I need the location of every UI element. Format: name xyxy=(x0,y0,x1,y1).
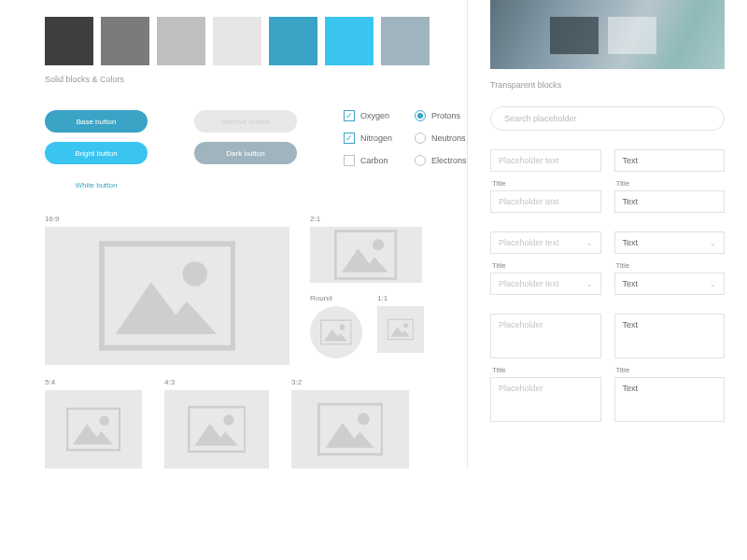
radio-protons[interactable]: Protons xyxy=(415,110,467,121)
chevron-down-icon: ⌄ xyxy=(586,280,593,288)
radio-icon xyxy=(415,155,426,166)
field-title: Title xyxy=(616,366,726,374)
text-input-filled[interactable]: Text xyxy=(614,149,726,172)
image-placeholder-169[interactable] xyxy=(45,227,289,365)
select-filled-titled[interactable]: Text⌄ xyxy=(614,273,726,295)
field-title: Title xyxy=(492,366,601,374)
transparent-preview xyxy=(490,0,725,69)
radio-label: Protons xyxy=(431,111,460,120)
swatch-6[interactable] xyxy=(325,17,374,65)
chevron-down-icon: ⌄ xyxy=(710,239,716,247)
chevron-down-icon: ⌄ xyxy=(586,239,593,247)
field-title: Title xyxy=(492,261,601,270)
image-placeholder-54[interactable] xyxy=(45,390,142,469)
select-filled[interactable]: Text⌄ xyxy=(614,231,726,254)
bright-button[interactable]: Bright button xyxy=(45,142,148,164)
swatch-3[interactable] xyxy=(157,17,205,65)
textarea-filled-titled[interactable]: Text xyxy=(614,377,726,422)
text-input-placeholder-titled[interactable]: Placeholder text xyxy=(490,190,601,213)
inactive-button: Inactive button xyxy=(194,110,297,133)
radio-label: Electrons xyxy=(431,156,467,165)
swatches-label: Solid blocks & Colors xyxy=(45,75,467,84)
dark-button[interactable]: Dark button xyxy=(194,142,297,164)
checkbox-oxygen[interactable]: ✓ Oxygen xyxy=(344,110,392,121)
check-icon: ✓ xyxy=(344,133,355,144)
radio-electrons[interactable]: Electrons xyxy=(415,155,467,166)
textarea-filled[interactable]: Text xyxy=(614,314,726,358)
checkbox-label: Nitrogen xyxy=(360,133,392,143)
swatch-7[interactable] xyxy=(381,17,430,65)
image-placeholder-11[interactable] xyxy=(377,306,424,353)
text-input-placeholder[interactable]: Placeholder text xyxy=(490,149,601,172)
field-title: Title xyxy=(616,261,726,270)
ratio-label-169: 16:9 xyxy=(45,215,289,223)
checkbox-carbon[interactable]: Carbon xyxy=(344,155,392,166)
search-placeholder: Search placeholder xyxy=(504,114,577,123)
chevron-down-icon: ⌄ xyxy=(710,280,716,288)
transparent-swatch-dark[interactable] xyxy=(550,17,599,54)
radio-icon xyxy=(415,110,426,121)
radio-neutrons[interactable]: Neutrons xyxy=(415,133,467,144)
checkbox-label: Oxygen xyxy=(360,111,389,120)
swatch-5[interactable] xyxy=(269,17,317,65)
image-placeholder-round[interactable] xyxy=(310,306,362,358)
transparent-swatch-light[interactable] xyxy=(608,17,656,54)
image-placeholder-43[interactable] xyxy=(164,390,269,469)
swatch-2[interactable] xyxy=(101,17,149,65)
swatch-1[interactable] xyxy=(45,17,93,65)
image-placeholder-32[interactable] xyxy=(291,390,409,469)
radio-label: Neutrons xyxy=(431,133,466,143)
color-swatches xyxy=(45,17,467,65)
select-placeholder-titled[interactable]: Placeholder text⌄ xyxy=(490,273,601,295)
text-input-filled-titled[interactable]: Text xyxy=(614,190,726,213)
check-icon: ✓ xyxy=(344,110,355,121)
textarea-placeholder-titled[interactable]: Placeholder xyxy=(490,377,601,422)
checkbox-nitrogen[interactable]: ✓ Nitrogen xyxy=(344,133,392,144)
transparent-label: Transparent blocks xyxy=(490,80,725,90)
base-button[interactable]: Base button xyxy=(45,110,148,133)
checkbox-label: Carbon xyxy=(360,156,388,165)
swatch-4[interactable] xyxy=(213,17,261,65)
textarea-placeholder[interactable]: Placeholder xyxy=(490,314,601,358)
search-input[interactable]: Search placeholder xyxy=(490,106,725,131)
field-title: Title xyxy=(492,179,601,188)
select-placeholder[interactable]: Placeholder text⌄ xyxy=(490,231,601,254)
check-icon xyxy=(344,155,355,166)
field-title: Title xyxy=(616,179,726,188)
white-button[interactable]: White button xyxy=(45,174,148,196)
radio-icon xyxy=(415,133,426,144)
